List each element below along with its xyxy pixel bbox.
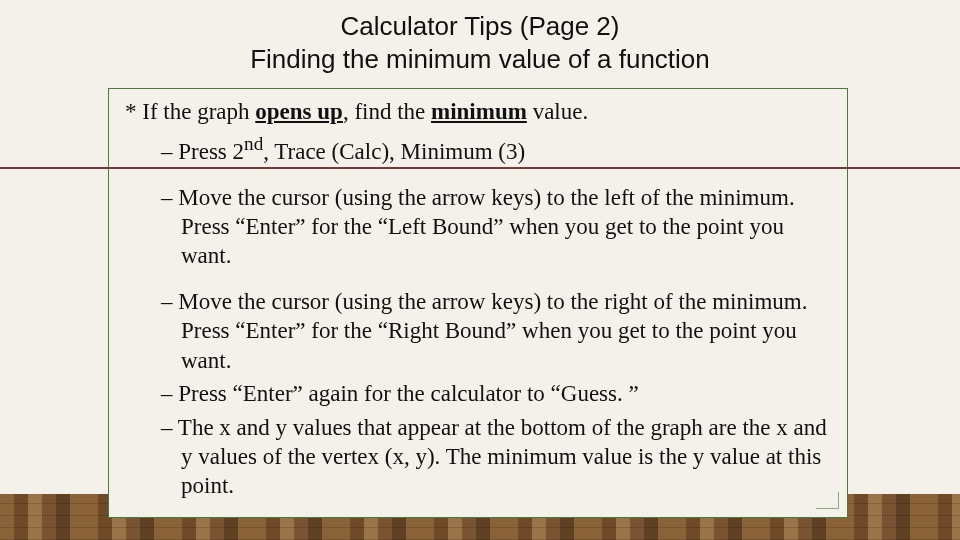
step-4: – Press “Enter” again for the calculator… xyxy=(121,379,835,408)
intro-suffix: value. xyxy=(527,99,588,124)
slide-title-block: Calculator Tips (Page 2) Finding the min… xyxy=(0,0,960,75)
title-line-1: Calculator Tips (Page 2) xyxy=(0,10,960,43)
intro-line: * If the graph opens up, find the minimu… xyxy=(121,97,835,126)
step-1: – Press 2nd, Trace (Calc), Minimum (3) xyxy=(121,132,835,166)
intro-middle: , find the xyxy=(343,99,431,124)
step-5: – The x and y values that appear at the … xyxy=(121,413,835,501)
step1-pre: Press 2 xyxy=(178,139,244,164)
intro-opens-up: opens up xyxy=(255,99,343,124)
step-3: – Move the cursor (using the arrow keys)… xyxy=(121,287,835,375)
title-line-2: Finding the minimum value of a function xyxy=(0,43,960,76)
horizontal-accent-line xyxy=(0,167,960,169)
content-box: * If the graph opens up, find the minimu… xyxy=(108,88,848,518)
intro-minimum: minimum xyxy=(431,99,527,124)
step1-post: , Trace (Calc), Minimum (3) xyxy=(263,139,525,164)
step1-sup: nd xyxy=(244,133,263,154)
step-2: – Move the cursor (using the arrow keys)… xyxy=(121,183,835,271)
intro-prefix: * If the graph xyxy=(125,99,255,124)
step1-dash: – xyxy=(161,139,178,164)
